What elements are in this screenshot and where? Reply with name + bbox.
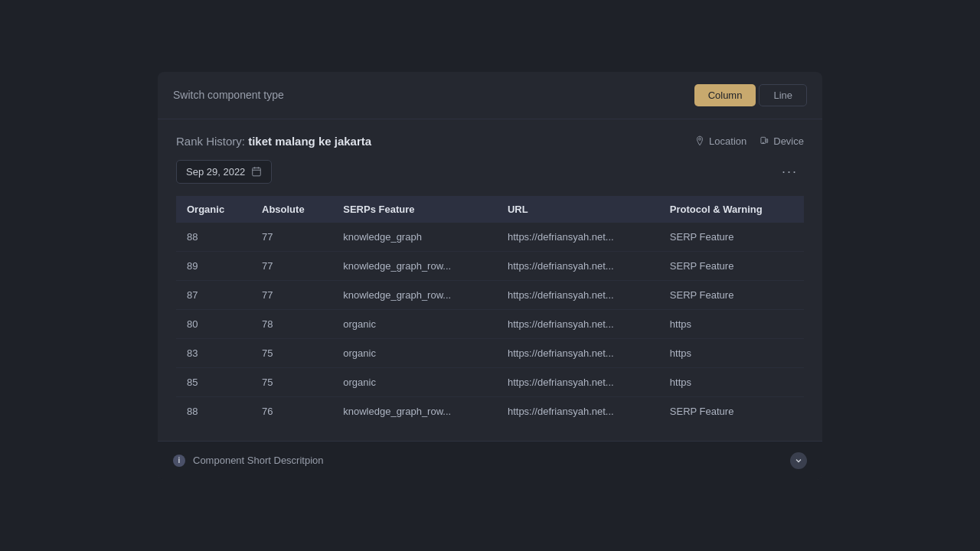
main-container: Switch component type Column Line Rank H… [158, 72, 822, 480]
header-bar: Switch component type Column Line [158, 72, 822, 119]
toggle-buttons: Column Line [694, 84, 807, 106]
data-table: Organic Absolute SERPs Feature URL Proto… [176, 196, 804, 425]
cell-protocol: SERP Feature [659, 251, 804, 280]
table-row: 85 75 organic https://defriansyah.net...… [176, 367, 804, 396]
cell-url: https://defriansyah.net... [497, 338, 659, 367]
device-button[interactable]: Device [759, 135, 804, 147]
cell-absolute: 77 [251, 251, 332, 280]
col-protocol: Protocol & Warning [659, 196, 804, 223]
location-icon [694, 135, 705, 146]
header-title: Switch component type [173, 89, 284, 101]
device-icon [759, 135, 769, 146]
chevron-down-icon[interactable] [790, 452, 807, 469]
footer-label: Component Short Descritpion [193, 455, 324, 466]
rank-title: Rank History: tiket malang ke jakarta [176, 135, 371, 148]
table-row: 89 77 knowledge_graph_row... https://def… [176, 251, 804, 280]
footer-left: i Component Short Descritpion [173, 455, 324, 467]
cell-serps: organic [332, 367, 497, 396]
table-row: 83 75 organic https://defriansyah.net...… [176, 338, 804, 367]
cell-protocol: SERP Feature [659, 223, 804, 252]
cell-serps: knowledge_graph_row... [332, 280, 497, 309]
content-area: Rank History: tiket malang ke jakarta Lo… [158, 119, 822, 441]
cell-absolute: 77 [251, 223, 332, 252]
cell-serps: knowledge_graph [332, 223, 497, 252]
cell-url: https://defriansyah.net... [497, 280, 659, 309]
rank-keyword: tiket malang ke jakarta [248, 135, 371, 148]
cell-serps: knowledge_graph_row... [332, 396, 497, 425]
table-row: 87 77 knowledge_graph_row... https://def… [176, 280, 804, 309]
more-options-button[interactable]: ··· [776, 161, 804, 183]
col-url: URL [497, 196, 659, 223]
date-row: Sep 29, 2022 ··· [176, 160, 804, 184]
cell-organic: 88 [176, 223, 251, 252]
cell-serps: organic [332, 338, 497, 367]
column-button[interactable]: Column [694, 84, 756, 106]
date-picker[interactable]: Sep 29, 2022 [176, 160, 272, 184]
table-body: 88 77 knowledge_graph https://defriansya… [176, 223, 804, 425]
table-row: 80 78 organic https://defriansyah.net...… [176, 309, 804, 338]
col-absolute: Absolute [251, 196, 332, 223]
rank-actions: Location Device [694, 135, 804, 147]
cell-serps: knowledge_graph_row... [332, 251, 497, 280]
location-button[interactable]: Location [694, 135, 746, 147]
cell-url: https://defriansyah.net... [497, 309, 659, 338]
date-value: Sep 29, 2022 [186, 166, 245, 178]
table-row: 88 76 knowledge_graph_row... https://def… [176, 396, 804, 425]
svg-rect-4 [253, 168, 261, 176]
cell-protocol: https [659, 367, 804, 396]
line-button[interactable]: Line [759, 84, 807, 106]
cell-organic: 80 [176, 309, 251, 338]
cell-absolute: 75 [251, 338, 332, 367]
svg-point-0 [699, 138, 701, 140]
table-header-row: Organic Absolute SERPs Feature URL Proto… [176, 196, 804, 223]
cell-url: https://defriansyah.net... [497, 396, 659, 425]
svg-rect-2 [766, 139, 768, 143]
cell-absolute: 77 [251, 280, 332, 309]
table-header: Organic Absolute SERPs Feature URL Proto… [176, 196, 804, 223]
cell-protocol: https [659, 338, 804, 367]
calendar-icon [251, 166, 262, 177]
cell-organic: 85 [176, 367, 251, 396]
col-serps: SERPs Feature [332, 196, 497, 223]
cell-protocol: https [659, 309, 804, 338]
cell-protocol: SERP Feature [659, 280, 804, 309]
info-icon: i [173, 455, 185, 467]
footer-bar[interactable]: i Component Short Descritpion [158, 441, 822, 480]
cell-url: https://defriansyah.net... [497, 223, 659, 252]
cell-url: https://defriansyah.net... [497, 367, 659, 396]
cell-organic: 83 [176, 338, 251, 367]
cell-organic: 88 [176, 396, 251, 425]
table-row: 88 77 knowledge_graph https://defriansya… [176, 223, 804, 252]
cell-absolute: 78 [251, 309, 332, 338]
col-organic: Organic [176, 196, 251, 223]
cell-url: https://defriansyah.net... [497, 251, 659, 280]
cell-absolute: 75 [251, 367, 332, 396]
rank-header: Rank History: tiket malang ke jakarta Lo… [176, 135, 804, 148]
cell-organic: 87 [176, 280, 251, 309]
cell-organic: 89 [176, 251, 251, 280]
cell-protocol: SERP Feature [659, 396, 804, 425]
cell-serps: organic [332, 309, 497, 338]
cell-absolute: 76 [251, 396, 332, 425]
